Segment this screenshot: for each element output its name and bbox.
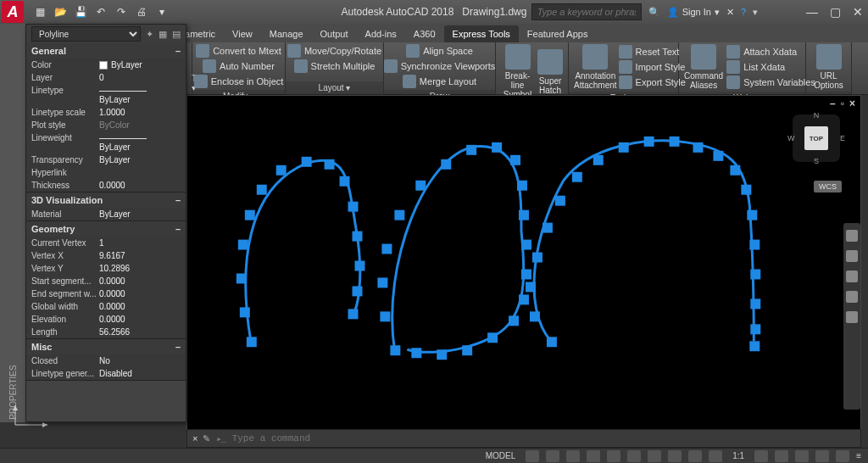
window-maximize-icon[interactable]: ▢ [830, 5, 841, 19]
super-hatch-button[interactable]: Super Hatch [537, 49, 563, 95]
command-input[interactable] [232, 433, 855, 443]
command-aliases-button[interactable]: Command Aliases [684, 44, 723, 90]
zoom-extents-icon[interactable] [846, 271, 858, 282]
cmdline-close-icon[interactable]: × [192, 433, 198, 443]
system-variables-button[interactable]: System Variables [726, 75, 815, 89]
tab-output[interactable]: Output [312, 25, 357, 42]
breakline-symbol-button[interactable]: Break-line Symbol [501, 44, 534, 99]
annotation-scale[interactable]: 1:1 [729, 451, 748, 460]
trans-value[interactable]: ByLayer [99, 155, 181, 165]
len-value[interactable]: 56.2566 [99, 327, 181, 337]
lineweight-toggle[interactable] [648, 450, 661, 462]
window-minimize-icon[interactable]: — [806, 5, 818, 19]
export-style-button[interactable]: Export Style [619, 75, 686, 89]
palette-dock-label[interactable]: PROPERTIES [0, 24, 25, 422]
tab-express-tools[interactable]: Express Tools [444, 25, 519, 42]
ortho-toggle[interactable] [566, 450, 580, 462]
convert-mtext-button[interactable]: Convert to Mtext [196, 44, 281, 58]
annotation-visibility[interactable] [775, 450, 788, 462]
search-icon[interactable]: 🔍 [648, 7, 660, 18]
elev-value[interactable]: 0.0000 [99, 315, 181, 324]
viewcube-top[interactable]: TOP [804, 126, 828, 150]
stretch-multiple-button[interactable]: Stretch Multiple [294, 59, 376, 73]
lg-value[interactable]: Disabled [99, 369, 181, 378]
grid-toggle[interactable] [526, 450, 539, 462]
linetype-value[interactable]: ByLayer [99, 86, 181, 104]
esw-value[interactable]: 0.0000 [99, 289, 181, 298]
osnap-toggle[interactable] [607, 450, 620, 462]
help-icon[interactable]: ? [741, 7, 746, 17]
viewcube-east[interactable]: E [840, 134, 845, 142]
plot-value[interactable]: ByColor [99, 120, 181, 130]
section-general[interactable]: General– [26, 43, 186, 59]
cv-value[interactable]: 1 [99, 238, 181, 248]
qat-redo-icon[interactable]: ↷ [114, 4, 129, 20]
object-type-select[interactable]: Polyline [31, 26, 141, 42]
annotation-attachment-button[interactable]: Annotation Attachment [574, 44, 617, 90]
tab-a360[interactable]: A360 [405, 25, 444, 42]
material-value[interactable]: ByLayer [99, 209, 181, 219]
align-space-button[interactable]: Align Space [406, 44, 473, 58]
attach-xdata-button[interactable]: Attach Xdata [726, 45, 815, 59]
orbit-icon[interactable] [846, 291, 858, 303]
toggle-pickadd-icon[interactable]: ▤ [172, 29, 181, 40]
enclose-object-button[interactable]: Enclose in Object [194, 75, 284, 88]
app-logo[interactable]: A [2, 1, 24, 23]
model-space-toggle[interactable]: MODEL [482, 451, 520, 460]
auto-number-button[interactable]: Auto Number [203, 59, 275, 73]
list-xdata-button[interactable]: List Xdata [726, 60, 815, 74]
section-misc[interactable]: Misc– [26, 339, 186, 354]
customize-statusbar-icon[interactable]: ≡ [856, 451, 861, 460]
navigation-bar[interactable] [843, 223, 860, 410]
qat-new-icon[interactable]: ▦ [32, 4, 47, 20]
cycling-toggle[interactable] [688, 450, 702, 462]
section-3dvis[interactable]: 3D Visualization– [26, 192, 186, 208]
qat-more-icon[interactable]: ▾ [154, 4, 170, 20]
quick-select-icon[interactable]: ✦ [146, 29, 153, 40]
show-motion-icon[interactable] [846, 311, 858, 323]
exchange-icon[interactable]: ✕ [726, 7, 734, 18]
clean-screen[interactable] [836, 450, 849, 462]
viewcube-north[interactable]: N [814, 111, 820, 120]
import-style-button[interactable]: Import Style [619, 60, 686, 74]
vy-value[interactable]: 10.2896 [99, 264, 181, 273]
layer-value[interactable]: 0 [99, 73, 181, 82]
sync-viewports-button[interactable]: Synchronize Viewports [384, 59, 496, 73]
snap-toggle[interactable] [546, 450, 559, 462]
color-value[interactable]: ByLayer [99, 60, 181, 70]
ltscale-value[interactable]: 1.0000 [99, 108, 181, 117]
sign-in-button[interactable]: 👤 Sign In ▾ [667, 7, 720, 18]
tab-addins[interactable]: Add-ins [357, 25, 405, 42]
isolate-objects[interactable] [815, 450, 829, 462]
transparency-toggle[interactable] [668, 450, 682, 462]
viewcube[interactable]: N S E W TOP [789, 111, 843, 165]
tab-view[interactable]: View [224, 25, 261, 42]
workspace-switch[interactable] [754, 450, 768, 462]
ssw-value[interactable]: 0.0000 [99, 276, 181, 286]
otrack-toggle[interactable] [627, 450, 641, 462]
window-close-icon[interactable]: ✕ [853, 5, 863, 19]
url-options-button[interactable]: URL Options [811, 44, 846, 90]
wcs-badge[interactable]: WCS [814, 181, 842, 192]
hardware-accel[interactable] [795, 450, 809, 462]
qat-print-icon[interactable]: 🖨 [134, 4, 149, 20]
lw-value[interactable]: ByLayer [99, 133, 181, 152]
move-copy-rotate-button[interactable]: Move/Copy/Rotate [287, 44, 381, 58]
annotation-monitor-toggle[interactable] [709, 450, 722, 462]
viewcube-south[interactable]: S [814, 157, 819, 165]
hyper-value[interactable] [99, 168, 181, 177]
tab-manage[interactable]: Manage [261, 25, 312, 42]
polar-toggle[interactable] [587, 450, 600, 462]
cmdline-customize-icon[interactable]: ✎ [203, 433, 210, 444]
thick-value[interactable]: 0.0000 [99, 181, 181, 190]
drawing-canvas[interactable]: – ▫ × N S E W [186, 95, 861, 432]
tab-featured-apps[interactable]: Featured Apps [519, 25, 597, 42]
merge-layout-button[interactable]: Merge Layout [403, 75, 476, 88]
select-objects-icon[interactable]: ▦ [159, 29, 167, 40]
qat-save-icon[interactable]: 💾 [73, 4, 88, 20]
section-geometry[interactable]: Geometry– [26, 221, 186, 237]
keyword-search-input[interactable] [531, 3, 642, 20]
qat-undo-icon[interactable]: ↶ [93, 4, 108, 20]
closed-value[interactable]: No [99, 356, 181, 365]
pan-icon[interactable] [846, 250, 858, 262]
